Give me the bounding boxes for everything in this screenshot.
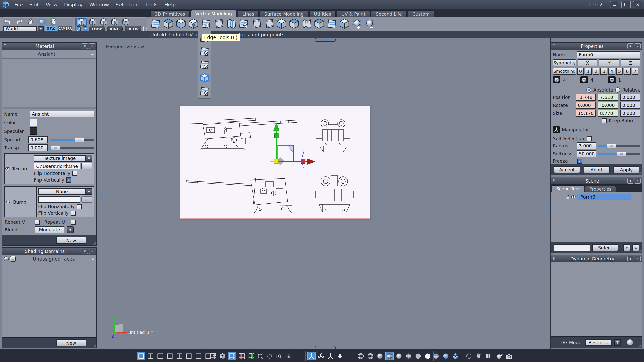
- vm-tool-smooth[interactable]: [163, 18, 174, 29]
- dg-close-button[interactable]: ×: [635, 256, 641, 261]
- dynamic-geometry-header[interactable]: ⠿ Dynamic Geometry ▼ ×: [551, 255, 642, 262]
- vm-tool-extrude-face[interactable]: [188, 18, 199, 29]
- scene-node-form0[interactable]: Form0: [577, 194, 631, 200]
- layout-bottom-split-button[interactable]: [166, 352, 174, 360]
- smoothing-level-7[interactable]: 7: [632, 68, 638, 75]
- vm-tool-mirror[interactable]: [326, 18, 338, 29]
- lock-icon[interactable]: [566, 195, 570, 199]
- menu-edit[interactable]: Edit: [26, 2, 42, 8]
- edge-tools-button[interactable]: [200, 18, 212, 29]
- bump-flip-h-checkbox[interactable]: [77, 204, 82, 209]
- size-z-field[interactable]: 0.000: [620, 110, 640, 117]
- dg-collapse-button[interactable]: ▼: [627, 256, 633, 261]
- repeat-v-checkbox[interactable]: [35, 220, 40, 225]
- scene-search-field[interactable]: [554, 244, 590, 251]
- grid-full-button[interactable]: [228, 352, 236, 360]
- gizmo-origin-handle[interactable]: [274, 159, 279, 163]
- bump-browse-button[interactable]: ...: [81, 196, 92, 203]
- minimize-button[interactable]: [610, 1, 619, 8]
- tab-surface-modeling[interactable]: Surface Modeling: [260, 10, 308, 17]
- shading-collapse-button[interactable]: ▼: [82, 249, 88, 254]
- scale-manipulator-button[interactable]: [326, 352, 335, 360]
- texture-flip-h-checkbox[interactable]: [72, 171, 77, 176]
- menu-display[interactable]: Display: [61, 2, 86, 8]
- smoothing-level-2[interactable]: 2: [593, 68, 599, 75]
- texture-path-field[interactable]: C:\Users\rjord\One: [34, 163, 80, 169]
- radius-field[interactable]: 3.000: [577, 142, 596, 149]
- rotate-y-field[interactable]: -0.000: [598, 102, 618, 109]
- bump-path-field[interactable]: [38, 196, 80, 203]
- smoothing-level-5[interactable]: 5: [616, 68, 623, 75]
- vm-tool-bridge[interactable]: [263, 18, 275, 29]
- apply-button[interactable]: Apply: [613, 166, 639, 173]
- specular-swatch[interactable]: [30, 127, 37, 135]
- vm-tool-thickness[interactable]: [276, 18, 287, 29]
- grid-box-button[interactable]: [218, 352, 227, 360]
- size-x-field[interactable]: 15.170: [576, 110, 596, 117]
- resize-grip-icon[interactable]: ◢: [638, 344, 641, 347]
- menu-tools[interactable]: Tools: [142, 2, 161, 8]
- menu-window[interactable]: Window: [86, 2, 112, 8]
- scene-tree[interactable]: Form0: [551, 192, 642, 242]
- visibility-eye-icon[interactable]: [571, 195, 576, 199]
- vm-tool-facet[interactable]: [288, 18, 300, 29]
- center-selection-button[interactable]: [265, 352, 274, 360]
- uv-tiles-button[interactable]: [484, 352, 492, 360]
- layout-single-view-button[interactable]: [137, 352, 145, 360]
- render-camera-button[interactable]: [505, 352, 513, 360]
- select-edge-mode-button[interactable]: [98, 18, 109, 26]
- properties-collapse-button[interactable]: ▼: [627, 43, 633, 49]
- properties-close-button[interactable]: ×: [635, 43, 641, 49]
- vm-tool-unfold[interactable]: [225, 18, 237, 29]
- layout-right-split-button[interactable]: [185, 352, 193, 360]
- scene-collapse-button[interactable]: ▼: [627, 178, 633, 184]
- scene-tree-tab[interactable]: Scene Tree: [552, 185, 584, 192]
- smoothing-level-1[interactable]: 1: [585, 68, 592, 75]
- smoothing-level-6[interactable]: 6: [624, 68, 631, 75]
- material-close-button[interactable]: ×: [89, 43, 95, 49]
- grid-snap-button[interactable]: [209, 352, 217, 360]
- size-y-field[interactable]: 8.770: [598, 110, 618, 117]
- layout-quad-view-button[interactable]: [146, 352, 155, 360]
- absolute-radio[interactable]: [586, 87, 591, 93]
- vm-tool-chamfer[interactable]: [313, 18, 325, 29]
- resize-grip-icon[interactable]: ◢: [93, 344, 96, 347]
- camera-button[interactable]: CAMERA: [58, 26, 72, 32]
- position-z-field[interactable]: 0.000: [620, 94, 640, 101]
- smoothing-button[interactable]: Smoothing: [553, 68, 576, 75]
- blend-select[interactable]: Modulate: [35, 226, 64, 233]
- resize-grip-icon[interactable]: ◢: [93, 241, 96, 245]
- grid-horizontal-plane-button[interactable]: [237, 352, 246, 360]
- keep-ratio-checkbox[interactable]: [602, 118, 607, 123]
- radius-slider[interactable]: |||: [598, 144, 640, 148]
- drag-handle-icon[interactable]: ⠿: [553, 44, 556, 49]
- symmetry-y-button[interactable]: Y: [599, 59, 619, 66]
- ghost-mode-icon[interactable]: [49, 17, 58, 26]
- soft-selection-checkbox[interactable]: [587, 136, 592, 141]
- render-sphere-button[interactable]: [495, 352, 504, 360]
- dg-mode-select[interactable]: Restric...: [585, 339, 612, 346]
- abort-button[interactable]: Abort: [584, 166, 610, 173]
- spread-slider[interactable]: |||: [50, 138, 94, 142]
- vm-tool-tessellate[interactable]: [150, 18, 162, 29]
- tab-utilities[interactable]: Utilities: [309, 10, 336, 17]
- scene-close-button[interactable]: ×: [635, 178, 641, 184]
- left-collapse-handle[interactable]: [99, 192, 102, 198]
- shading-close-button[interactable]: ×: [89, 249, 95, 254]
- resize-grip-icon[interactable]: ◢: [638, 171, 641, 174]
- tab-uv-paint[interactable]: UV & Paint: [337, 10, 370, 17]
- material-panel-header[interactable]: ⠿ Material ▼ ×: [2, 43, 96, 50]
- softness-slider[interactable]: |||: [598, 152, 640, 156]
- tab-second-life[interactable]: Second Life: [371, 10, 406, 17]
- smoothing-level-4[interactable]: 4: [608, 68, 615, 75]
- viewport[interactable]: Perspective View: [99, 38, 551, 349]
- shading-next-icon[interactable]: ►: [92, 257, 95, 261]
- scene-header[interactable]: ⠿ Scene ▼ ×: [551, 177, 642, 185]
- hidden-line-mode-button[interactable]: [366, 352, 375, 360]
- vm-tool-symmetry[interactable]: [339, 18, 350, 29]
- symmetry-plane-icon[interactable]: [26, 18, 35, 26]
- facet-sphere-button[interactable]: [465, 352, 473, 360]
- texture-type-dropdown-button[interactable]: ▼: [86, 155, 92, 162]
- tab-vertex-modeling[interactable]: Vertex Modeling: [191, 10, 236, 17]
- right-collapse-handle[interactable]: [548, 205, 550, 211]
